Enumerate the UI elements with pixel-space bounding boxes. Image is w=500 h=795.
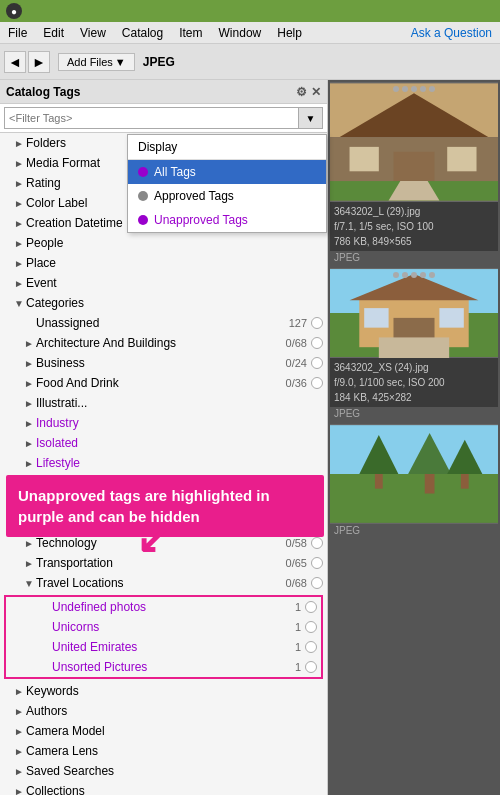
dropdown-approved-tags[interactable]: Approved Tags <box>128 184 326 208</box>
unicorns-radio[interactable] <box>305 621 317 633</box>
undefined-photos-label: Undefined photos <box>52 600 295 614</box>
back-button[interactable]: ◄ <box>4 51 26 73</box>
tree-camera-lens[interactable]: ► Camera Lens <box>0 741 327 761</box>
unassigned-radio[interactable] <box>311 317 323 329</box>
tree-categories[interactable]: ▼ Categories <box>0 293 327 313</box>
tree-isolated[interactable]: ► Isolated <box>0 433 327 453</box>
unsorted-pictures-label: Unsorted Pictures <box>52 660 295 674</box>
dot-2 <box>402 86 408 92</box>
undefined-photos-radio[interactable] <box>305 601 317 613</box>
panel-header: Catalog Tags ⚙ ✕ <box>0 80 327 104</box>
travel-label: Travel Locations <box>36 576 286 590</box>
travel-radio[interactable] <box>311 577 323 589</box>
tree-event[interactable]: ► Event <box>0 273 327 293</box>
tree-industry[interactable]: ► Industry <box>0 413 327 433</box>
filter-tags-input[interactable] <box>4 107 299 129</box>
united-emirates-label: United Emirates <box>52 640 295 654</box>
tree-business[interactable]: ► Business 0/24 <box>0 353 327 373</box>
photo-filename-1: 3643202_L (29).jpg <box>334 204 494 219</box>
authors-arrow-icon: ► <box>14 706 24 717</box>
callout-arrow-icon: ↙ <box>136 511 170 567</box>
place-label: Place <box>26 256 323 270</box>
menu-help[interactable]: Help <box>269 22 310 43</box>
menu-item[interactable]: Item <box>171 22 210 43</box>
transportation-count: 0/65 <box>286 557 307 569</box>
photo-label-1: JPEG <box>330 251 498 264</box>
catalog-tags-panel: Catalog Tags ⚙ ✕ ▼ Display All Tags <box>0 80 328 795</box>
dropdown-unapproved-tags[interactable]: Unapproved Tags <box>128 208 326 232</box>
tree-architecture[interactable]: ► Architecture And Buildings 0/68 <box>0 333 327 353</box>
tree-food-drink[interactable]: ► Food And Drink 0/36 <box>0 373 327 393</box>
menu-edit[interactable]: Edit <box>35 22 72 43</box>
business-count: 0/24 <box>286 357 307 369</box>
photo-item-2[interactable]: 3643202_XS (24).jpg f/9.0, 1/100 sec, IS… <box>330 268 498 420</box>
technology-arrow-icon: ► <box>24 538 34 549</box>
ask-question-link[interactable]: Ask a Question <box>403 24 500 42</box>
categories-arrow-icon: ▼ <box>14 298 24 309</box>
tree-camera-model[interactable]: ► Camera Model <box>0 721 327 741</box>
unapproved-tags-section: Undefined photos 1 Unicorns 1 United Emi… <box>4 595 323 679</box>
illustration-arrow-icon: ► <box>24 398 34 409</box>
tree-unassigned[interactable]: Unassigned 127 <box>0 313 327 333</box>
menu-catalog[interactable]: Catalog <box>114 22 171 43</box>
photo-info-1: 3643202_L (29).jpg f/7.1, 1/5 sec, ISO 1… <box>330 202 498 251</box>
menu-view[interactable]: View <box>72 22 114 43</box>
united-emirates-radio[interactable] <box>305 641 317 653</box>
business-arrow-icon: ► <box>24 358 34 369</box>
close-icon[interactable]: ✕ <box>311 85 321 99</box>
filter-dropdown-menu: Display All Tags Approved Tags Unapprove… <box>127 134 327 233</box>
dropdown-display[interactable]: Display <box>128 135 326 159</box>
tree-undefined-photos[interactable]: Undefined photos 1 <box>6 597 321 617</box>
tree-travel[interactable]: ▼ Travel Locations 0/68 <box>0 573 327 593</box>
tree-place[interactable]: ► Place <box>0 253 327 273</box>
isolated-label: Isolated <box>36 436 323 450</box>
tree-collections[interactable]: ► Collections <box>0 781 327 795</box>
forward-button[interactable]: ► <box>28 51 50 73</box>
unsorted-pictures-count: 1 <box>295 661 301 673</box>
toolbar: ◄ ► Add Files ▼ JPEG <box>0 44 500 80</box>
dot-4 <box>420 86 426 92</box>
tree-unicorns[interactable]: Unicorns 1 <box>6 617 321 637</box>
add-files-button[interactable]: Add Files ▼ <box>58 53 135 71</box>
business-radio[interactable] <box>311 357 323 369</box>
technology-radio[interactable] <box>311 537 323 549</box>
jpeg-label: JPEG <box>143 55 175 69</box>
unsorted-pictures-radio[interactable] <box>305 661 317 673</box>
tree-lifestyle[interactable]: ► Lifestyle <box>0 453 327 473</box>
menu-window[interactable]: Window <box>211 22 270 43</box>
tree-keywords[interactable]: ► Keywords <box>0 681 327 701</box>
photo-label-3: JPEG <box>330 524 498 537</box>
menu-file[interactable]: File <box>0 22 35 43</box>
lifestyle-arrow-icon: ► <box>24 458 34 469</box>
technology-count: 0/58 <box>286 537 307 549</box>
tree-unsorted-pictures[interactable]: Unsorted Pictures 1 <box>6 657 321 677</box>
svg-rect-15 <box>379 337 449 358</box>
tree-united-emirates[interactable]: United Emirates 1 <box>6 637 321 657</box>
food-drink-radio[interactable] <box>311 377 323 389</box>
photo-details-2: f/9.0, 1/100 sec, ISO 200 <box>334 375 494 390</box>
photo-item-3[interactable]: JPEG <box>330 424 498 537</box>
svg-rect-21 <box>425 474 435 494</box>
svg-rect-17 <box>330 474 498 523</box>
saved-searches-arrow-icon: ► <box>14 766 24 777</box>
settings-icon[interactable]: ⚙ <box>296 85 307 99</box>
transportation-radio[interactable] <box>311 557 323 569</box>
tree-authors[interactable]: ► Authors <box>0 701 327 721</box>
svg-rect-14 <box>439 308 463 328</box>
color-label-arrow-icon: ► <box>14 198 24 209</box>
panel-header-icons: ⚙ ✕ <box>296 85 321 99</box>
photo-item-1[interactable]: 3643202_L (29).jpg f/7.1, 1/5 sec, ISO 1… <box>330 82 498 264</box>
tree-saved-searches[interactable]: ► Saved Searches <box>0 761 327 781</box>
travel-count: 0/68 <box>286 577 307 589</box>
house-image-1 <box>330 82 498 202</box>
tree-illustration[interactable]: ► Illustrati... <box>0 393 327 413</box>
menu-bar: File Edit View Catalog Item Window Help … <box>0 22 500 44</box>
photo-info-2: 3643202_XS (24).jpg f/9.0, 1/100 sec, IS… <box>330 358 498 407</box>
transportation-arrow-icon: ► <box>24 558 34 569</box>
filter-dropdown-button[interactable]: ▼ <box>299 107 323 129</box>
svg-rect-13 <box>364 308 388 328</box>
architecture-radio[interactable] <box>311 337 323 349</box>
highlight-callout: Unapproved tags are highlighted in purpl… <box>6 475 324 537</box>
dropdown-all-tags[interactable]: All Tags <box>128 160 326 184</box>
tree-people[interactable]: ► People <box>0 233 327 253</box>
